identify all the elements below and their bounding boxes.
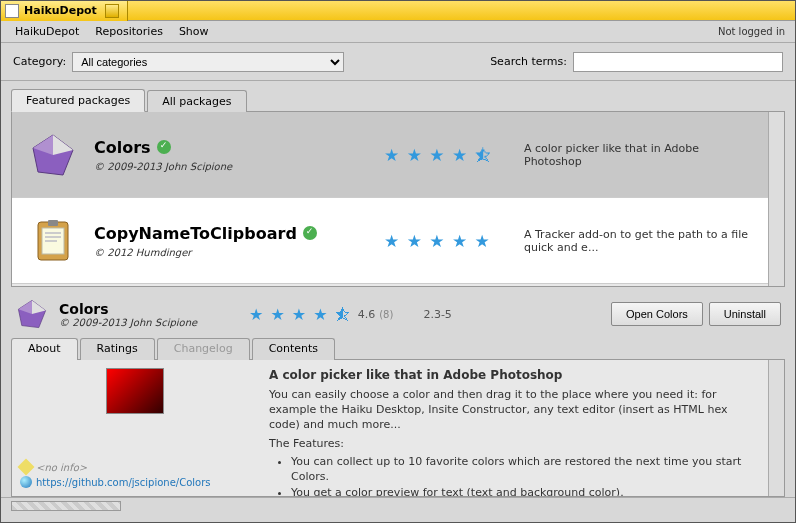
detail-package-icon — [15, 297, 49, 331]
svg-rect-2 — [45, 232, 61, 234]
window-control-icon[interactable] — [105, 4, 119, 18]
package-row[interactable]: Colors © 2009-2013 John Scipione ★ ★ ★ ★… — [12, 112, 768, 198]
search-label: Search terms: — [490, 55, 567, 68]
package-name: Colors — [94, 138, 151, 157]
detail-rating-number: 4.6 — [358, 308, 376, 321]
package-rating-stars: ★ ★ ★ ★ ★ — [384, 231, 524, 251]
tab-all[interactable]: All packages — [147, 90, 246, 112]
globe-icon — [20, 476, 32, 488]
open-button[interactable]: Open Colors — [611, 302, 703, 326]
info-row: <no info> — [20, 461, 249, 473]
login-status[interactable]: Not logged in — [718, 26, 789, 37]
window-titlebar: HaikuDepot — [1, 1, 795, 21]
list-scrollbar[interactable] — [768, 112, 784, 286]
package-copyright: © 2012 Humdinger — [94, 247, 384, 258]
about-panel: <no info> https://github.com/jscipione/C… — [11, 359, 785, 497]
detail-header: Colors © 2009-2013 John Scipione ★ ★ ★ ★… — [1, 287, 795, 337]
homepage-link[interactable]: https://github.com/jscipione/Colors — [36, 477, 211, 488]
menu-haikudepot[interactable]: HaikuDepot — [7, 22, 87, 41]
detail-stars: ★ ★ ★ ★ ⯪ — [249, 305, 352, 324]
feature-item: You get a color preview for text (text a… — [291, 485, 756, 496]
about-description: You can easily choose a color and then d… — [269, 388, 756, 433]
detail-tabstrip: About Ratings Changelog Contents — [11, 337, 785, 359]
detail-name: Colors — [59, 301, 249, 317]
tab-changelog: Changelog — [157, 338, 250, 360]
verified-icon — [303, 226, 317, 240]
tab-featured[interactable]: Featured packages — [11, 89, 145, 112]
package-icon — [28, 130, 78, 180]
window-title: HaikuDepot — [24, 4, 97, 17]
menubar: HaikuDepot Repositories Show Not logged … — [1, 21, 795, 43]
homepage-row[interactable]: https://github.com/jscipione/Colors — [20, 476, 249, 488]
about-scrollbar[interactable] — [768, 360, 784, 496]
package-name: CopyNameToClipboard — [94, 224, 297, 243]
menu-show[interactable]: Show — [171, 22, 217, 41]
detail-version: 2.3-5 — [423, 308, 451, 321]
package-rating-stars: ★ ★ ★ ★ ⯪ — [384, 145, 524, 165]
about-headline: A color picker like that in Adobe Photos… — [269, 368, 756, 382]
svg-rect-4 — [45, 240, 57, 242]
statusbar — [1, 497, 795, 515]
menu-repositories[interactable]: Repositories — [87, 22, 171, 41]
category-label: Category: — [13, 55, 66, 68]
app-icon — [5, 4, 19, 18]
window-tab[interactable]: HaikuDepot — [1, 1, 128, 21]
category-select[interactable]: All categories — [72, 52, 344, 72]
search-input[interactable] — [573, 52, 783, 72]
tab-contents[interactable]: Contents — [252, 338, 335, 360]
feature-item: You can collect up to 10 favorite colors… — [291, 454, 756, 486]
svg-rect-3 — [45, 236, 61, 238]
verified-icon — [157, 140, 171, 154]
features-list: You can collect up to 10 favorite colors… — [291, 454, 756, 496]
noinfo-text: <no info> — [36, 462, 87, 473]
list-tabstrip: Featured packages All packages — [11, 87, 785, 111]
package-summary: A Tracker add-on to get the path to a fi… — [524, 228, 752, 254]
package-row[interactable]: CopyNameToClipboard © 2012 Humdinger ★ ★… — [12, 198, 768, 284]
package-icon — [28, 216, 78, 266]
svg-rect-5 — [48, 220, 58, 226]
package-summary: A color picker like that in Adobe Photos… — [524, 142, 752, 168]
screenshot-thumbnail[interactable] — [106, 368, 164, 414]
features-heading: The Features: — [269, 437, 756, 450]
detail-rating-count: (8) — [379, 309, 393, 320]
detail-copyright: © 2009-2013 John Scipione — [59, 317, 249, 328]
uninstall-button[interactable]: Uninstall — [709, 302, 781, 326]
package-copyright: © 2009-2013 John Scipione — [94, 161, 384, 172]
tab-ratings[interactable]: Ratings — [80, 338, 155, 360]
package-list: Colors © 2009-2013 John Scipione ★ ★ ★ ★… — [11, 111, 785, 287]
toolbar: Category: All categories Search terms: — [1, 43, 795, 81]
tag-icon — [18, 459, 35, 476]
progress-indicator — [11, 501, 121, 511]
tab-about[interactable]: About — [11, 338, 78, 360]
